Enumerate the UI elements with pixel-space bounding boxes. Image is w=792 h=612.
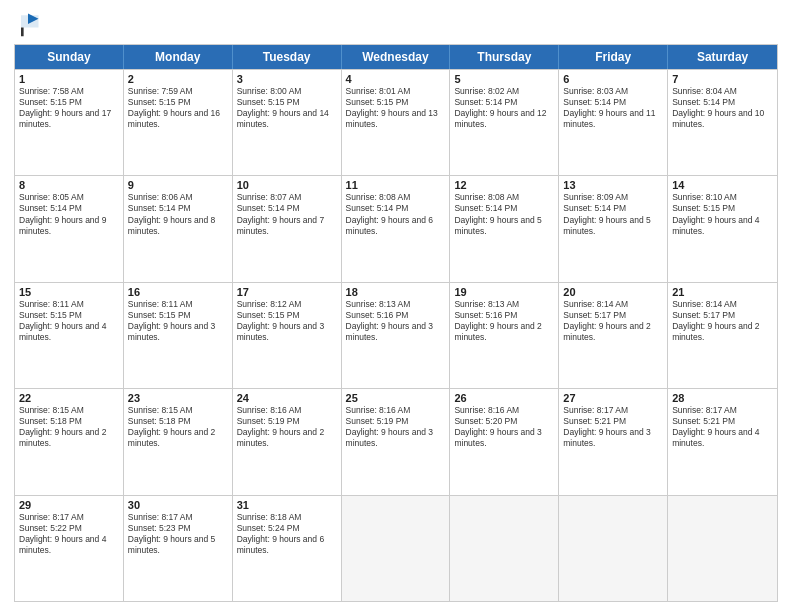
day-header-wednesday: Wednesday [342,45,451,69]
cell-details: Sunrise: 8:02 AM Sunset: 5:14 PM Dayligh… [454,86,554,130]
calendar-cell: 13Sunrise: 8:09 AM Sunset: 5:14 PM Dayli… [559,176,668,281]
cell-details: Sunrise: 8:00 AM Sunset: 5:15 PM Dayligh… [237,86,337,130]
day-header-friday: Friday [559,45,668,69]
cell-details: Sunrise: 8:17 AM Sunset: 5:21 PM Dayligh… [672,405,773,449]
day-number: 25 [346,392,446,404]
day-number: 15 [19,286,119,298]
calendar-cell: 26Sunrise: 8:16 AM Sunset: 5:20 PM Dayli… [450,389,559,494]
day-number: 11 [346,179,446,191]
cell-details: Sunrise: 8:17 AM Sunset: 5:23 PM Dayligh… [128,512,228,556]
day-number: 7 [672,73,773,85]
cell-details: Sunrise: 7:59 AM Sunset: 5:15 PM Dayligh… [128,86,228,130]
calendar-cell: 21Sunrise: 8:14 AM Sunset: 5:17 PM Dayli… [668,283,777,388]
day-number: 18 [346,286,446,298]
calendar: SundayMondayTuesdayWednesdayThursdayFrid… [14,44,778,602]
cell-details: Sunrise: 8:05 AM Sunset: 5:14 PM Dayligh… [19,192,119,236]
cell-details: Sunrise: 8:16 AM Sunset: 5:19 PM Dayligh… [237,405,337,449]
calendar-cell: 23Sunrise: 8:15 AM Sunset: 5:18 PM Dayli… [124,389,233,494]
calendar-cell: 17Sunrise: 8:12 AM Sunset: 5:15 PM Dayli… [233,283,342,388]
day-number: 5 [454,73,554,85]
calendar-cell: 7Sunrise: 8:04 AM Sunset: 5:14 PM Daylig… [668,70,777,175]
day-number: 29 [19,499,119,511]
day-number: 6 [563,73,663,85]
calendar-cell: 9Sunrise: 8:06 AM Sunset: 5:14 PM Daylig… [124,176,233,281]
day-number: 23 [128,392,228,404]
cell-details: Sunrise: 8:07 AM Sunset: 5:14 PM Dayligh… [237,192,337,236]
day-number: 28 [672,392,773,404]
calendar-row-5: 29Sunrise: 8:17 AM Sunset: 5:22 PM Dayli… [15,495,777,601]
calendar-row-1: 1Sunrise: 7:58 AM Sunset: 5:15 PM Daylig… [15,69,777,175]
calendar-cell [668,496,777,601]
cell-details: Sunrise: 8:17 AM Sunset: 5:22 PM Dayligh… [19,512,119,556]
calendar-header: SundayMondayTuesdayWednesdayThursdayFrid… [15,45,777,69]
day-number: 31 [237,499,337,511]
day-number: 10 [237,179,337,191]
page: SundayMondayTuesdayWednesdayThursdayFrid… [0,0,792,612]
day-number: 30 [128,499,228,511]
calendar-cell: 25Sunrise: 8:16 AM Sunset: 5:19 PM Dayli… [342,389,451,494]
cell-details: Sunrise: 8:11 AM Sunset: 5:15 PM Dayligh… [19,299,119,343]
cell-details: Sunrise: 8:13 AM Sunset: 5:16 PM Dayligh… [346,299,446,343]
cell-details: Sunrise: 8:08 AM Sunset: 5:14 PM Dayligh… [454,192,554,236]
day-number: 26 [454,392,554,404]
cell-details: Sunrise: 8:18 AM Sunset: 5:24 PM Dayligh… [237,512,337,556]
calendar-cell: 19Sunrise: 8:13 AM Sunset: 5:16 PM Dayli… [450,283,559,388]
calendar-cell: 8Sunrise: 8:05 AM Sunset: 5:14 PM Daylig… [15,176,124,281]
calendar-cell: 30Sunrise: 8:17 AM Sunset: 5:23 PM Dayli… [124,496,233,601]
cell-details: Sunrise: 8:10 AM Sunset: 5:15 PM Dayligh… [672,192,773,236]
cell-details: Sunrise: 8:03 AM Sunset: 5:14 PM Dayligh… [563,86,663,130]
cell-details: Sunrise: 7:58 AM Sunset: 5:15 PM Dayligh… [19,86,119,130]
day-number: 27 [563,392,663,404]
day-number: 14 [672,179,773,191]
calendar-cell: 11Sunrise: 8:08 AM Sunset: 5:14 PM Dayli… [342,176,451,281]
cell-details: Sunrise: 8:14 AM Sunset: 5:17 PM Dayligh… [563,299,663,343]
day-number: 17 [237,286,337,298]
svg-rect-3 [21,28,24,37]
calendar-body: 1Sunrise: 7:58 AM Sunset: 5:15 PM Daylig… [15,69,777,601]
cell-details: Sunrise: 8:01 AM Sunset: 5:15 PM Dayligh… [346,86,446,130]
day-header-tuesday: Tuesday [233,45,342,69]
day-header-sunday: Sunday [15,45,124,69]
cell-details: Sunrise: 8:16 AM Sunset: 5:19 PM Dayligh… [346,405,446,449]
calendar-cell [342,496,451,601]
calendar-cell: 3Sunrise: 8:00 AM Sunset: 5:15 PM Daylig… [233,70,342,175]
calendar-cell: 6Sunrise: 8:03 AM Sunset: 5:14 PM Daylig… [559,70,668,175]
calendar-cell [559,496,668,601]
calendar-cell: 24Sunrise: 8:16 AM Sunset: 5:19 PM Dayli… [233,389,342,494]
cell-details: Sunrise: 8:08 AM Sunset: 5:14 PM Dayligh… [346,192,446,236]
calendar-row-4: 22Sunrise: 8:15 AM Sunset: 5:18 PM Dayli… [15,388,777,494]
calendar-row-3: 15Sunrise: 8:11 AM Sunset: 5:15 PM Dayli… [15,282,777,388]
cell-details: Sunrise: 8:06 AM Sunset: 5:14 PM Dayligh… [128,192,228,236]
calendar-cell: 12Sunrise: 8:08 AM Sunset: 5:14 PM Dayli… [450,176,559,281]
cell-details: Sunrise: 8:16 AM Sunset: 5:20 PM Dayligh… [454,405,554,449]
calendar-cell: 2Sunrise: 7:59 AM Sunset: 5:15 PM Daylig… [124,70,233,175]
calendar-cell: 16Sunrise: 8:11 AM Sunset: 5:15 PM Dayli… [124,283,233,388]
cell-details: Sunrise: 8:15 AM Sunset: 5:18 PM Dayligh… [19,405,119,449]
day-number: 3 [237,73,337,85]
day-number: 2 [128,73,228,85]
day-number: 19 [454,286,554,298]
calendar-cell [450,496,559,601]
cell-details: Sunrise: 8:11 AM Sunset: 5:15 PM Dayligh… [128,299,228,343]
day-header-saturday: Saturday [668,45,777,69]
cell-details: Sunrise: 8:13 AM Sunset: 5:16 PM Dayligh… [454,299,554,343]
calendar-cell: 22Sunrise: 8:15 AM Sunset: 5:18 PM Dayli… [15,389,124,494]
calendar-cell: 1Sunrise: 7:58 AM Sunset: 5:15 PM Daylig… [15,70,124,175]
calendar-cell: 15Sunrise: 8:11 AM Sunset: 5:15 PM Dayli… [15,283,124,388]
day-number: 12 [454,179,554,191]
cell-details: Sunrise: 8:12 AM Sunset: 5:15 PM Dayligh… [237,299,337,343]
day-number: 21 [672,286,773,298]
calendar-cell: 18Sunrise: 8:13 AM Sunset: 5:16 PM Dayli… [342,283,451,388]
calendar-cell: 5Sunrise: 8:02 AM Sunset: 5:14 PM Daylig… [450,70,559,175]
calendar-cell: 31Sunrise: 8:18 AM Sunset: 5:24 PM Dayli… [233,496,342,601]
day-number: 22 [19,392,119,404]
day-number: 20 [563,286,663,298]
calendar-cell: 14Sunrise: 8:10 AM Sunset: 5:15 PM Dayli… [668,176,777,281]
calendar-row-2: 8Sunrise: 8:05 AM Sunset: 5:14 PM Daylig… [15,175,777,281]
logo-icon [14,10,42,38]
cell-details: Sunrise: 8:14 AM Sunset: 5:17 PM Dayligh… [672,299,773,343]
calendar-cell: 29Sunrise: 8:17 AM Sunset: 5:22 PM Dayli… [15,496,124,601]
calendar-cell: 28Sunrise: 8:17 AM Sunset: 5:21 PM Dayli… [668,389,777,494]
cell-details: Sunrise: 8:04 AM Sunset: 5:14 PM Dayligh… [672,86,773,130]
day-number: 4 [346,73,446,85]
